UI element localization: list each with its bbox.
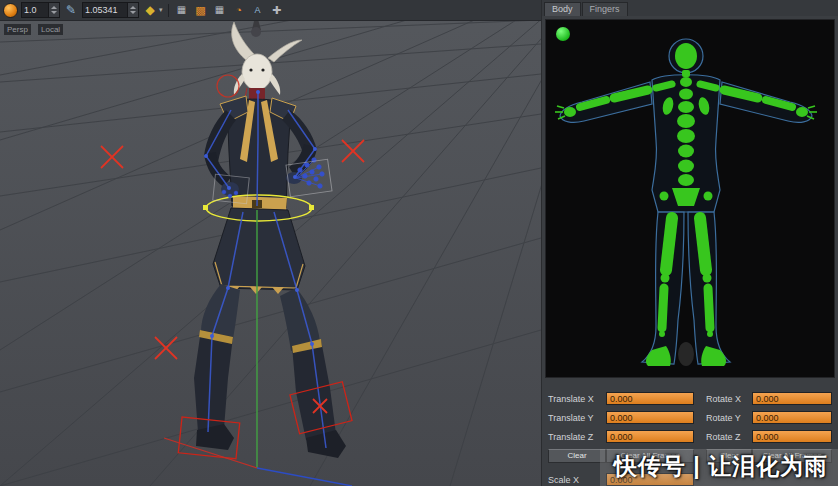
rotate-z-field[interactable] <box>752 430 832 443</box>
rotate-y-label: Rotate Y <box>706 413 752 423</box>
translate-x-field[interactable] <box>606 392 694 405</box>
body-bones[interactable] <box>555 43 817 366</box>
character-map[interactable] <box>545 19 835 378</box>
timer-icon[interactable]: ◔ <box>231 2 247 18</box>
translate-z-label: Translate Z <box>548 432 606 442</box>
cube-mode-icon[interactable]: ◆ <box>142 2 158 18</box>
keyframe-weight-input[interactable] <box>22 3 48 17</box>
scale-x-label: Scale X <box>548 475 606 485</box>
transform-row-y: Translate Y Rotate Y <box>548 408 833 427</box>
rotate-y-field[interactable] <box>752 411 832 424</box>
spinner-control[interactable] <box>48 3 59 17</box>
rotate-x-label: Rotate X <box>706 394 752 404</box>
rotate-z-label: Rotate Z <box>706 432 752 442</box>
translate-y-label: Translate Y <box>548 413 606 423</box>
tab-fingers[interactable]: Fingers <box>582 2 628 16</box>
scale-factor-field <box>82 2 139 18</box>
dot-grid-icon[interactable]: ▦ <box>212 2 228 18</box>
watermark-text: 快传号 | 让泪化为雨 <box>600 449 838 486</box>
transform-row-z: Translate Z Rotate Z <box>548 427 833 446</box>
character-controls-panel: Body Fingers <box>541 0 838 486</box>
translate-x-label: Translate X <box>548 394 606 404</box>
shaded-sphere-icon[interactable] <box>3 3 18 18</box>
tab-body[interactable]: Body <box>544 2 581 16</box>
anim-curve-icon[interactable]: A <box>250 2 266 18</box>
transform-row-x: Translate X Rotate X <box>548 389 833 408</box>
spinner-control[interactable] <box>127 3 138 17</box>
3d-viewport[interactable]: ✎ ◆ ▾ ▦ ▩ ▦ ◔ A ✚ Persp Local <box>0 0 541 486</box>
chevron-down-icon[interactable]: ▾ <box>159 6 163 14</box>
panel-tabs: Body Fingers <box>542 0 838 16</box>
body-map-figure[interactable] <box>546 20 826 376</box>
translate-z-field[interactable] <box>606 430 694 443</box>
viewport-scene[interactable] <box>0 0 541 486</box>
pen-icon[interactable]: ✎ <box>63 2 79 18</box>
move-tool-icon[interactable]: ✚ <box>269 2 285 18</box>
viewport-toolbar: ✎ ◆ ▾ ▦ ▩ ▦ ◔ A ✚ <box>0 0 541 21</box>
translate-y-field[interactable] <box>606 411 694 424</box>
snap-grid-icon[interactable]: ▩ <box>193 2 209 18</box>
clear-translate-button[interactable]: Clear <box>548 449 606 463</box>
keyframe-weight-field <box>21 2 60 18</box>
local-space-badge[interactable]: Local <box>37 23 64 36</box>
rotate-x-field[interactable] <box>752 392 832 405</box>
active-status-dot[interactable] <box>556 27 570 41</box>
toolbar-divider <box>168 4 169 17</box>
scale-factor-input[interactable] <box>83 3 127 17</box>
grid-icon[interactable]: ▦ <box>174 2 190 18</box>
map-ghost <box>678 342 694 366</box>
perspective-badge[interactable]: Persp <box>3 23 32 36</box>
